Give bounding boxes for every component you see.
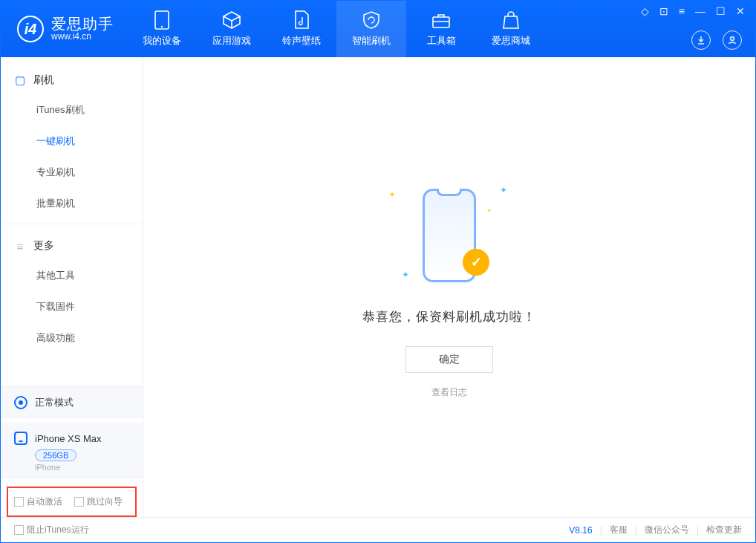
device-card[interactable]: iPhone XS Max 256GB iPhone	[1, 423, 143, 479]
toolbox-icon	[431, 10, 451, 30]
device-outline-icon	[14, 432, 27, 445]
skin-icon[interactable]: ◇	[641, 5, 649, 17]
nav-label: 爱思商城	[492, 34, 530, 48]
nav: 我的设备 应用游戏 铃声壁纸 智能刷机 工具箱 爱思商城	[127, 1, 546, 57]
mode-label: 正常模式	[35, 396, 74, 409]
checkbox-auto-activate[interactable]: 自动激活	[14, 495, 62, 508]
nav-toolbox[interactable]: 工具箱	[406, 1, 476, 57]
nav-label: 我的设备	[143, 34, 181, 48]
sidebar-item-advanced[interactable]: 高级功能	[1, 322, 143, 354]
storage-pill: 256GB	[35, 449, 76, 461]
view-log-link[interactable]: 查看日志	[431, 386, 467, 399]
sidebar-item-itunes-flash[interactable]: iTunes刷机	[1, 94, 143, 126]
footer: 阻止iTunes运行 V8.16 | 客服 | 微信公众号 | 检查更新	[1, 517, 755, 542]
footer-link-support[interactable]: 客服	[610, 524, 628, 536]
nav-ringtone-wallpaper[interactable]: 铃声壁纸	[267, 1, 336, 57]
sidebar: ▢ 刷机 iTunes刷机 一键刷机 专业刷机 批量刷机 ≡ 更多 其他工具 下…	[1, 57, 143, 517]
music-file-icon	[292, 10, 311, 30]
shield-refresh-icon	[362, 10, 381, 30]
checkbox-icon	[14, 525, 24, 535]
sidebar-item-download-firmware[interactable]: 下载固件	[1, 291, 143, 322]
sparkle-icon: ✦	[402, 270, 409, 280]
checkbox-icon	[14, 497, 24, 507]
app-window: i4 爱思助手 www.i4.cn 我的设备 应用游戏 铃声壁纸 智能刷机	[0, 0, 756, 543]
sidebar-group-more: ≡ 更多	[1, 229, 143, 260]
svg-point-1	[161, 26, 163, 27]
app-name-en: www.i4.cn	[51, 32, 114, 42]
header: i4 爱思助手 www.i4.cn 我的设备 应用游戏 铃声壁纸 智能刷机	[1, 1, 755, 57]
app-name-cn: 爱思助手	[51, 16, 114, 32]
footer-link-wechat[interactable]: 微信公众号	[645, 524, 689, 536]
success-message: 恭喜您，保资料刷机成功啦！	[362, 308, 536, 325]
device-type: iPhone	[35, 463, 129, 472]
footer-link-update[interactable]: 检查更新	[706, 524, 742, 536]
nav-apps-games[interactable]: 应用游戏	[197, 1, 267, 57]
svg-rect-2	[433, 17, 449, 27]
feedback-icon[interactable]: ⊡	[659, 5, 668, 17]
check-badge-icon: ✓	[463, 249, 489, 276]
checkbox-block-itunes[interactable]: 阻止iTunes运行	[14, 524, 89, 536]
status-dot-icon	[14, 396, 27, 409]
sidebar-item-batch-flash[interactable]: 批量刷机	[1, 188, 143, 219]
device-icon	[152, 10, 172, 30]
sparkle-icon: •	[488, 206, 491, 216]
minimize-button[interactable]: —	[695, 5, 706, 17]
nav-smart-flash[interactable]: 智能刷机	[336, 1, 406, 57]
main-content: ✦ ✦ ✦ • ✓ 恭喜您，保资料刷机成功啦！ 确定 查看日志	[143, 57, 755, 517]
sparkle-icon: ✦	[388, 189, 396, 200]
ok-button[interactable]: 确定	[405, 346, 493, 373]
nav-label: 工具箱	[427, 34, 456, 48]
nav-my-device[interactable]: 我的设备	[127, 1, 197, 57]
logo[interactable]: i4 爱思助手 www.i4.cn	[1, 16, 127, 42]
sidebar-item-pro-flash[interactable]: 专业刷机	[1, 157, 143, 188]
close-button[interactable]: ✕	[736, 5, 745, 17]
sidebar-item-oneclick-flash[interactable]: 一键刷机	[1, 126, 143, 157]
sidebar-item-other-tools[interactable]: 其他工具	[1, 260, 143, 291]
nav-store[interactable]: 爱思商城	[476, 1, 546, 57]
svg-point-3	[731, 37, 734, 41]
nav-label: 智能刷机	[352, 34, 391, 48]
nav-label: 铃声壁纸	[282, 34, 321, 48]
version-label: V8.16	[569, 525, 592, 536]
group-title: 更多	[33, 239, 54, 253]
logo-icon: i4	[17, 16, 44, 42]
window-controls: ◇ ⊡ ≡ — ☐ ✕	[641, 5, 745, 17]
download-icon[interactable]	[691, 30, 711, 50]
sidebar-group-flash: ▢ 刷机	[1, 63, 143, 94]
list-icon: ≡	[14, 240, 26, 253]
mode-status[interactable]: 正常模式	[1, 387, 143, 418]
bag-icon	[501, 10, 521, 30]
group-title: 刷机	[33, 74, 54, 87]
sparkle-icon: ✦	[500, 185, 507, 195]
highlighted-options: 自动激活 跳过向导	[7, 487, 137, 517]
device-name: iPhone XS Max	[35, 433, 102, 444]
body: ▢ 刷机 iTunes刷机 一键刷机 专业刷机 批量刷机 ≡ 更多 其他工具 下…	[1, 57, 755, 517]
menu-icon[interactable]: ≡	[679, 5, 685, 17]
cube-icon	[222, 10, 241, 30]
user-icon[interactable]	[723, 30, 742, 50]
phone-outline-icon: ▢	[14, 74, 26, 87]
maximize-button[interactable]: ☐	[716, 5, 726, 17]
nav-label: 应用游戏	[212, 34, 251, 48]
checkbox-icon	[74, 497, 84, 507]
success-illustration: ✦ ✦ ✦ • ✓	[375, 176, 524, 295]
checkbox-skip-guide[interactable]: 跳过向导	[74, 495, 123, 508]
